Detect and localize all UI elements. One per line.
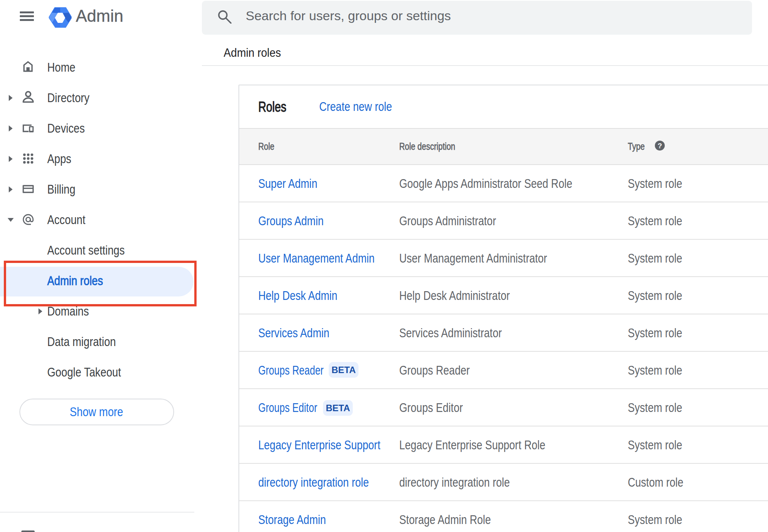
svg-text:?: ? (658, 142, 662, 150)
